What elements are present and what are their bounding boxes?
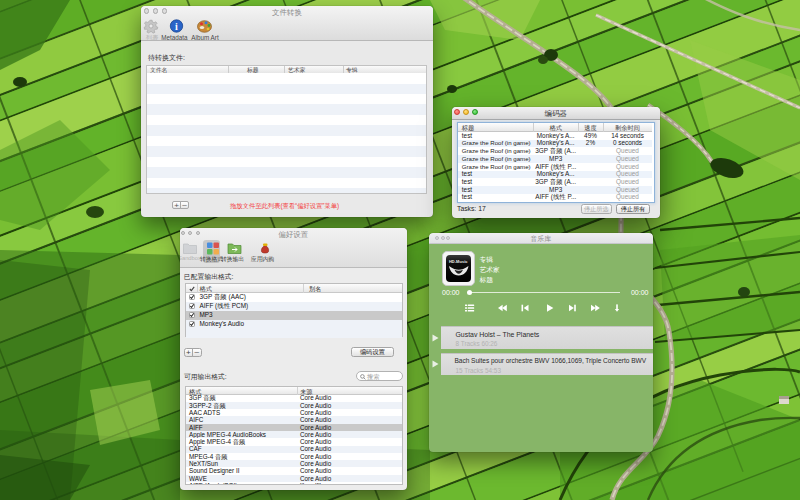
svg-text:i: i [175, 21, 178, 32]
